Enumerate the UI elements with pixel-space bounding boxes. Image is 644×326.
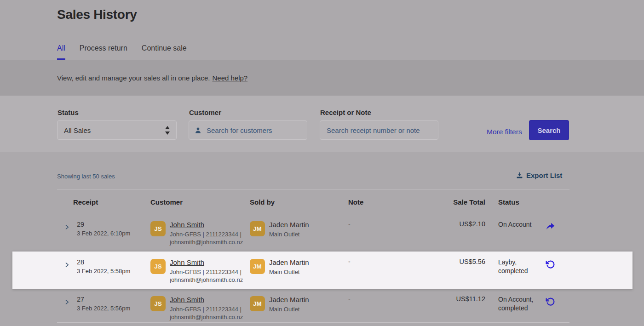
intro-text: View, edit and manage your sales all in … bbox=[57, 74, 210, 82]
receipt-filter-group: Receipt or Note bbox=[320, 109, 438, 140]
col-header-sold-by: Sold by bbox=[250, 198, 348, 206]
customer-search-input[interactable] bbox=[206, 126, 301, 135]
customer-name-link[interactable]: John Smith bbox=[170, 220, 248, 229]
sale-note: - bbox=[348, 214, 439, 252]
search-button[interactable]: Search bbox=[529, 120, 569, 140]
seller-avatar: JM bbox=[250, 259, 265, 274]
customer-search-field bbox=[189, 120, 307, 140]
sale-row-27[interactable]: 27 3 Feb 2022, 5:56pm JS John Smith John… bbox=[57, 289, 569, 323]
seller-outlet: Main Outlet bbox=[269, 305, 309, 313]
download-icon bbox=[516, 172, 523, 179]
receipt-date: 3 Feb 2022, 5:58pm bbox=[77, 267, 150, 275]
sales-history-page: Sales History All Process return Continu… bbox=[0, 0, 644, 326]
table-header-row: Receipt Customer Sold by Note Sale Total… bbox=[57, 189, 569, 214]
status-select[interactable]: All Sales bbox=[57, 120, 177, 140]
tab-continue-sale[interactable]: Continue sale bbox=[142, 44, 187, 60]
customer-filter-group: Customer bbox=[189, 109, 307, 140]
more-filters-link[interactable]: More filters bbox=[487, 128, 522, 136]
chevron-right-icon[interactable] bbox=[64, 262, 73, 270]
status-filter-group: Status All Sales bbox=[57, 109, 177, 140]
status-label: Status bbox=[58, 109, 177, 116]
col-header-sale-total: Sale Total bbox=[439, 198, 489, 206]
seller-outlet: Main Outlet bbox=[269, 268, 309, 276]
chevron-right-icon[interactable] bbox=[64, 299, 73, 307]
col-header-note: Note bbox=[348, 198, 439, 206]
filter-panel: Status All Sales Customer Receipt or Not… bbox=[0, 96, 644, 152]
receipt-number: 29 bbox=[77, 220, 150, 229]
return-arrow-icon[interactable] bbox=[546, 297, 555, 306]
tab-all[interactable]: All bbox=[57, 44, 65, 60]
intro-banner: View, edit and manage your sales all in … bbox=[0, 60, 644, 96]
seller-avatar: JM bbox=[250, 221, 265, 236]
sale-total: US$2.10 bbox=[439, 214, 489, 252]
customer-label: Customer bbox=[189, 109, 307, 116]
receipt-number: 28 bbox=[77, 258, 150, 266]
receipt-search-field bbox=[320, 120, 438, 140]
sale-status: Layby, completed bbox=[489, 252, 546, 289]
seller-outlet: Main Outlet bbox=[269, 230, 309, 238]
customer-avatar: JS bbox=[150, 296, 166, 311]
export-list-label: Export List bbox=[526, 172, 562, 179]
col-header-receipt: Receipt bbox=[73, 198, 150, 206]
col-header-customer: Customer bbox=[150, 198, 250, 206]
sale-status: On Account, completed bbox=[489, 289, 546, 322]
customer-avatar: JS bbox=[150, 221, 166, 236]
receipt-number: 27 bbox=[77, 295, 150, 303]
tab-process-return[interactable]: Process return bbox=[80, 44, 127, 60]
customer-name-link[interactable]: John Smith bbox=[170, 295, 248, 304]
person-icon bbox=[195, 127, 201, 134]
sale-row-28[interactable]: 28 3 Feb 2022, 5:58pm JS John Smith John… bbox=[57, 252, 569, 289]
customer-name-link[interactable]: John Smith bbox=[170, 258, 248, 267]
share-arrow-icon[interactable] bbox=[546, 222, 555, 231]
chevron-right-icon[interactable] bbox=[64, 224, 73, 232]
customer-details: John-GFBS | 2111223344 | johnsmith@johns… bbox=[170, 268, 248, 284]
return-arrow-icon[interactable] bbox=[546, 260, 555, 269]
need-help-link[interactable]: Need help? bbox=[212, 74, 247, 82]
receipt-or-note-label: Receipt or Note bbox=[320, 109, 438, 116]
results-summary: Showing last 50 sales bbox=[57, 173, 115, 180]
seller-name: Jaden Martin bbox=[269, 295, 309, 304]
seller-avatar: JM bbox=[250, 296, 265, 311]
customer-details: John-GFBS | 2111223344 | johnsmith@johns… bbox=[170, 230, 248, 246]
sale-note: - bbox=[348, 289, 439, 322]
sale-note: - bbox=[348, 252, 439, 289]
sale-status: On Account bbox=[489, 214, 546, 252]
page-title: Sales History bbox=[57, 7, 137, 22]
receipt-search-input[interactable] bbox=[326, 126, 432, 135]
seller-name: Jaden Martin bbox=[269, 258, 309, 267]
customer-details: John-GFBS | 2111223344 | johnsmith@johns… bbox=[170, 305, 248, 321]
receipt-date: 3 Feb 2022, 5:56pm bbox=[77, 304, 150, 312]
sale-total: US$11.12 bbox=[439, 289, 489, 322]
sale-total: US$5.56 bbox=[439, 252, 489, 289]
status-select-value: All Sales bbox=[64, 126, 91, 134]
seller-name: Jaden Martin bbox=[269, 220, 309, 229]
col-header-status: Status bbox=[489, 198, 546, 206]
sale-row-29[interactable]: 29 3 Feb 2022, 6:10pm JS John Smith John… bbox=[57, 214, 569, 252]
receipt-date: 3 Feb 2022, 6:10pm bbox=[77, 229, 150, 237]
tab-bar: All Process return Continue sale bbox=[57, 44, 187, 60]
sales-table: Receipt Customer Sold by Note Sale Total… bbox=[57, 189, 569, 323]
export-list-button[interactable]: Export List bbox=[516, 172, 562, 179]
up-down-arrows-icon bbox=[165, 126, 170, 135]
customer-avatar: JS bbox=[150, 259, 166, 274]
